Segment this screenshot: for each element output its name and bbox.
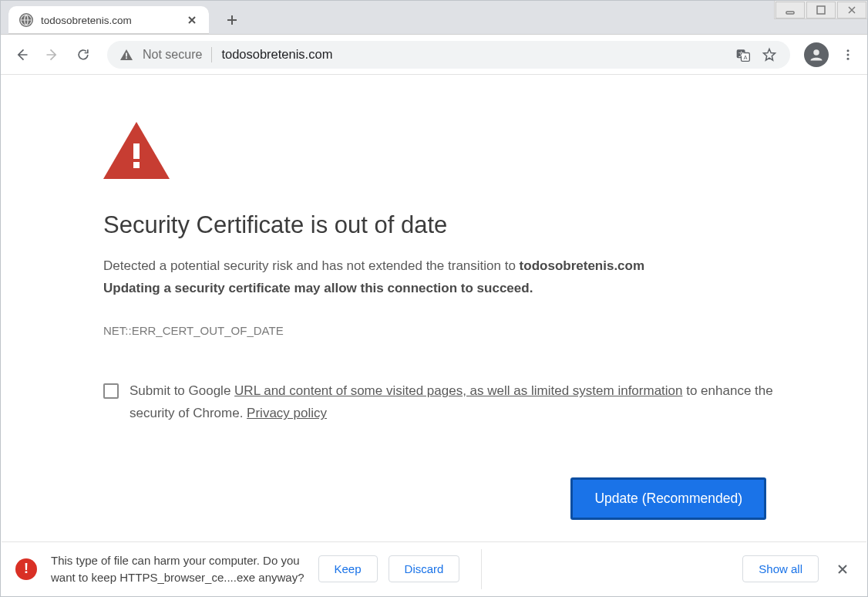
- window-close-button[interactable]: [837, 2, 866, 19]
- not-secure-icon: [119, 48, 133, 62]
- svg-text:A: A: [743, 53, 747, 60]
- reload-button[interactable]: [70, 42, 96, 68]
- keep-button[interactable]: Keep: [318, 555, 378, 582]
- error-body-bold: Updating a security certificate may allo…: [103, 281, 866, 296]
- downloads-bar: ! This type of file can harm your comput…: [2, 541, 866, 595]
- update-button[interactable]: Update (Recommended): [570, 477, 766, 520]
- svg-rect-0: [786, 12, 794, 14]
- svg-point-10: [847, 49, 849, 52]
- show-all-downloads-button[interactable]: Show all: [742, 555, 819, 582]
- warning-triangle-icon: [103, 122, 866, 182]
- error-code: NET::ERR_CERT_OUT_OF_DATE: [103, 324, 866, 337]
- download-action-buttons: Keep Discard: [318, 555, 460, 582]
- reporting-optin: Submit to Google URL and content of some…: [103, 380, 774, 425]
- downloads-bar-close-button[interactable]: [833, 559, 853, 579]
- alert-icon: !: [15, 558, 37, 580]
- svg-rect-3: [126, 52, 127, 56]
- window-controls: [774, 1, 867, 19]
- svg-point-9: [813, 49, 819, 56]
- optin-link[interactable]: URL and content of some visited pages, a…: [234, 383, 682, 398]
- window-minimize-button[interactable]: [775, 2, 805, 19]
- error-body-domain: todosobretenis.com: [520, 258, 644, 273]
- optin-checkbox[interactable]: [103, 383, 119, 399]
- profile-avatar[interactable]: [804, 42, 829, 67]
- page-content: Security Certificate is out of date Dete…: [2, 76, 866, 541]
- svg-rect-4: [126, 57, 127, 59]
- error-body: Detected a potential security risk and h…: [103, 256, 774, 276]
- forward-button[interactable]: [39, 42, 66, 68]
- error-body-prefix: Detected a potential security risk and h…: [103, 258, 520, 273]
- error-heading: Security Certificate is out of date: [103, 211, 866, 239]
- globe-icon: [19, 13, 33, 27]
- not-secure-label: Not secure: [143, 48, 202, 62]
- svg-rect-13: [133, 143, 140, 159]
- browser-toolbar: Not secure todosobretenis.com 文A: [1, 35, 867, 75]
- privacy-policy-link[interactable]: Privacy policy: [247, 406, 327, 420]
- svg-point-11: [847, 53, 849, 56]
- download-warning-text: This type of file can harm your computer…: [51, 552, 304, 586]
- new-tab-button[interactable]: [220, 8, 244, 32]
- svg-rect-1: [817, 6, 825, 14]
- back-button[interactable]: [8, 42, 35, 68]
- menu-button[interactable]: [836, 43, 860, 66]
- svg-point-12: [847, 57, 849, 59]
- svg-rect-14: [133, 162, 140, 168]
- tab-close-button[interactable]: [186, 14, 198, 26]
- discard-button[interactable]: Discard: [389, 555, 460, 582]
- window-maximize-button[interactable]: [806, 2, 836, 19]
- downloads-separator: [481, 549, 482, 589]
- address-bar[interactable]: Not secure todosobretenis.com 文A: [107, 41, 790, 69]
- bookmark-star-icon[interactable]: [761, 46, 778, 63]
- browser-window: todosobretenis.com Not secure todosobret…: [0, 0, 868, 597]
- omnibox-divider: [211, 47, 212, 62]
- tab-title: todosobretenis.com: [41, 15, 178, 26]
- optin-pre: Submit to Google: [130, 383, 234, 398]
- download-warning-line2: want to keep HTTPS_browser_ce....exe any…: [51, 569, 304, 586]
- url-text: todosobretenis.com: [221, 47, 725, 62]
- translate-icon[interactable]: 文A: [735, 46, 752, 63]
- optin-text: Submit to Google URL and content of some…: [130, 380, 774, 425]
- browser-tab[interactable]: todosobretenis.com: [8, 6, 209, 34]
- tab-strip: todosobretenis.com: [1, 1, 867, 35]
- download-warning-line1: This type of file can harm your computer…: [51, 552, 304, 569]
